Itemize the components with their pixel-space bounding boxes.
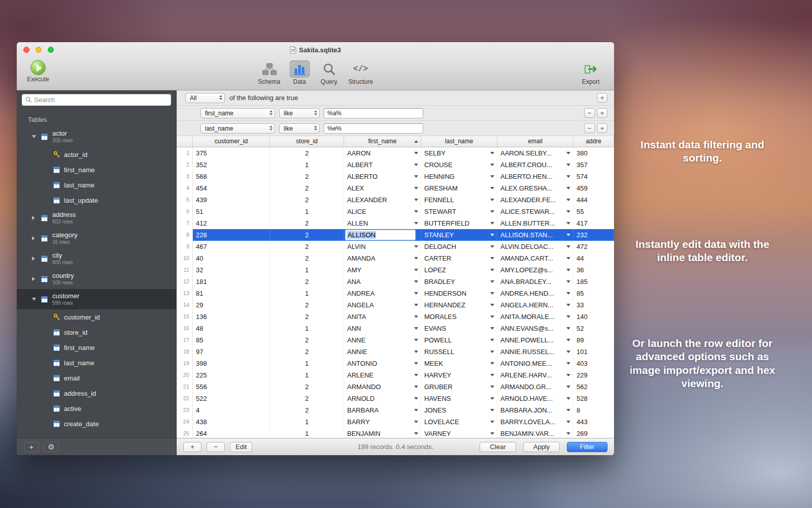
cell-email[interactable]: BARRY.LOVELA...	[497, 416, 573, 428]
cell-dropdown-icon[interactable]	[566, 409, 570, 411]
cell-dropdown-icon[interactable]	[414, 397, 418, 400]
cell-customer-id[interactable]: 264	[193, 428, 270, 438]
cell-store-id[interactable]: 2	[270, 276, 344, 288]
cell-last-name[interactable]: FENNELL	[421, 194, 497, 206]
cell-first-name[interactable]: ARLENE	[344, 369, 421, 381]
cell-last-name[interactable]: DELOACH	[421, 241, 497, 252]
cell-dropdown-icon[interactable]	[490, 222, 494, 225]
table-row[interactable]: 14292ANGELAHERNANDEZANGELA.HERN...33	[177, 299, 614, 311]
cell-dropdown-icon[interactable]	[414, 257, 418, 260]
cell-customer-id[interactable]: 438	[193, 416, 270, 428]
cell-dropdown-icon[interactable]	[414, 351, 418, 353]
cell-address-id[interactable]: 85	[573, 288, 614, 299]
cell-last-name[interactable]: RUSSELL	[421, 346, 497, 358]
cell-dropdown-icon[interactable]	[566, 187, 570, 189]
disclosure-triangle-icon[interactable]	[32, 216, 37, 220]
table-row[interactable]: 121812ANABRADLEYANA.BRADLEY...185	[177, 276, 614, 288]
cell-address-id[interactable]: 55	[573, 206, 614, 217]
cell-last-name[interactable]: EVANS	[421, 323, 497, 334]
cell-email[interactable]: ALEXANDER.FE...	[497, 194, 573, 206]
table-row[interactable]: 13752AARONSELBYAARON.SELBY...380	[177, 147, 614, 159]
cell-last-name[interactable]: BRADLEY	[421, 276, 497, 288]
cell-dropdown-icon[interactable]	[490, 269, 494, 271]
header-first-name[interactable]: first_name	[344, 136, 421, 147]
table-row[interactable]: 225222ARNOLDHAVENSARNOLD.HAVE...528	[177, 393, 614, 404]
table-row[interactable]: 10402AMANDACARTERAMANDA.CART...44	[177, 252, 614, 264]
cell-first-name[interactable]: ANTONIO	[344, 358, 421, 369]
cell-customer-id[interactable]: 81	[193, 288, 270, 299]
sidebar-item-address[interactable]: address603 rows	[17, 208, 176, 228]
cell-dropdown-icon[interactable]	[566, 327, 570, 330]
header-store-id[interactable]: store_id	[270, 136, 344, 147]
minimize-button[interactable]	[36, 47, 42, 53]
cell-dropdown-icon[interactable]	[490, 292, 494, 295]
cell-dropdown-icon[interactable]	[490, 199, 494, 201]
cell-first-name[interactable]: ANA	[344, 276, 421, 288]
cell-email[interactable]: ARMANDO.GR...	[497, 381, 573, 393]
cell-first-name[interactable]: ARNOLD	[344, 393, 421, 404]
cell-store-id[interactable]: 1	[270, 206, 344, 217]
cell-email[interactable]: ALICE.STEWAR...	[497, 206, 573, 217]
inline-edit-input[interactable]: ALLISON	[345, 230, 416, 240]
cell-dropdown-icon[interactable]	[566, 397, 570, 400]
cell-email[interactable]: ANN.EVANS@s...	[497, 323, 573, 334]
cell-dropdown-icon[interactable]	[414, 175, 418, 178]
sidebar-column-first_name[interactable]: first_name	[17, 162, 176, 177]
cell-email[interactable]: BENJAMIN.VAR...	[497, 428, 573, 438]
cell-store-id[interactable]: 2	[270, 299, 344, 311]
sidebar-item-city[interactable]: city600 rows	[17, 248, 176, 269]
cell-last-name[interactable]: BUTTERFIELD	[421, 217, 497, 229]
table-row[interactable]: 13811ANDREAHENDERSONANDREA.HEND...85	[177, 288, 614, 299]
titlebar[interactable]: Sakila.sqlite3	[17, 42, 614, 57]
cell-store-id[interactable]: 1	[270, 159, 344, 171]
sidebar-item-category[interactable]: category16 rows	[17, 228, 176, 248]
cell-dropdown-icon[interactable]	[566, 257, 570, 260]
sidebar-column-last_update[interactable]: last_update	[17, 193, 176, 208]
cell-dropdown-icon[interactable]	[566, 292, 570, 295]
cell-dropdown-icon[interactable]	[566, 222, 570, 225]
cell-address-id[interactable]: 357	[573, 159, 614, 171]
cell-dropdown-icon[interactable]	[566, 351, 570, 353]
cell-last-name[interactable]: LOPEZ	[421, 264, 497, 276]
cell-address-id[interactable]: 140	[573, 311, 614, 323]
table-row[interactable]: 35682ALBERTOHENNINGALBERTO.HEN...574	[177, 171, 614, 182]
cell-customer-id[interactable]: 522	[193, 393, 270, 404]
cell-first-name[interactable]: ANITA	[344, 311, 421, 323]
cell-customer-id[interactable]: 439	[193, 194, 270, 206]
cell-email[interactable]: BARBARA.JON...	[497, 404, 573, 416]
cell-dropdown-icon[interactable]	[490, 187, 494, 189]
filter-operator-select[interactable]: like	[279, 123, 320, 134]
cell-email[interactable]: ALBERT.CROU...	[497, 159, 573, 171]
cell-dropdown-icon[interactable]	[566, 199, 570, 201]
cell-email[interactable]: ANDREA.HEND...	[497, 288, 573, 299]
cell-dropdown-icon[interactable]	[490, 304, 494, 306]
table-row[interactable]: 252641BENJAMINVARNEYBENJAMIN.VAR...269	[177, 428, 614, 438]
cell-email[interactable]: ANNIE.RUSSEL...	[497, 346, 573, 358]
cell-customer-id[interactable]: 556	[193, 381, 270, 393]
cell-email[interactable]: ARNOLD.HAVE...	[497, 393, 573, 404]
cell-dropdown-icon[interactable]	[490, 432, 494, 435]
cell-dropdown-icon[interactable]	[414, 164, 418, 166]
sidebar-column-customer_id[interactable]: customer_id	[17, 309, 176, 325]
header-address-id[interactable]: addre	[573, 136, 614, 147]
cell-dropdown-icon[interactable]	[490, 339, 494, 341]
cell-last-name[interactable]: HARVEY	[421, 369, 497, 381]
cell-dropdown-icon[interactable]	[414, 327, 418, 330]
tab-schema[interactable]: Schema	[258, 60, 280, 85]
sidebar-column-create_date[interactable]: create_date	[17, 416, 176, 431]
header-customer-id[interactable]: customer_id	[193, 136, 270, 147]
cell-first-name[interactable]: ALLISON	[344, 229, 421, 241]
cell-last-name[interactable]: STEWART	[421, 206, 497, 217]
filter-button[interactable]: Filter	[567, 442, 607, 452]
cell-email[interactable]: ANGELA.HERN...	[497, 299, 573, 311]
cell-address-id[interactable]: 444	[573, 194, 614, 206]
cell-dropdown-icon[interactable]	[490, 210, 494, 213]
cell-first-name[interactable]: AMANDA	[344, 252, 421, 264]
cell-address-id[interactable]: 269	[573, 428, 614, 438]
cell-dropdown-icon[interactable]	[414, 245, 418, 248]
disclosure-triangle-icon[interactable]	[32, 135, 37, 138]
cell-customer-id[interactable]: 136	[193, 311, 270, 323]
sidebar-item-country[interactable]: country109 rows	[17, 269, 176, 289]
cell-address-id[interactable]: 403	[573, 358, 614, 369]
add-filter-button[interactable]: +	[597, 93, 607, 103]
